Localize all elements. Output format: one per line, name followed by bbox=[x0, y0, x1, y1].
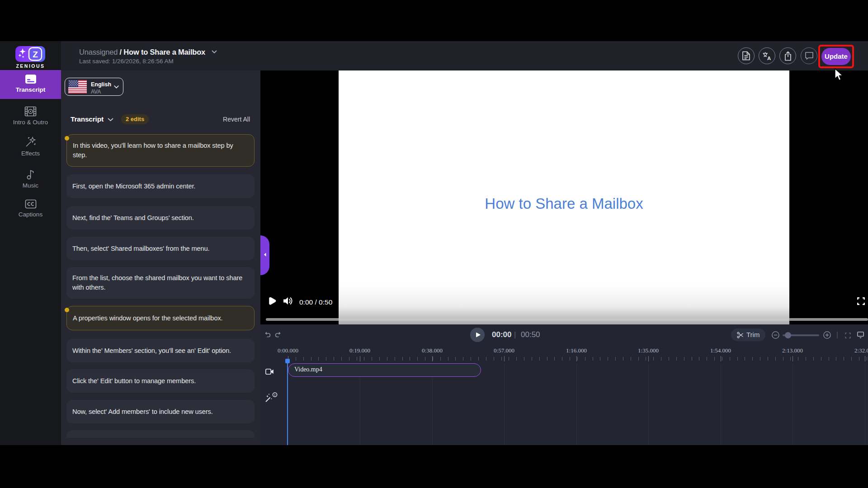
svg-text:A: A bbox=[767, 56, 771, 61]
svg-text:Z: Z bbox=[33, 50, 38, 59]
